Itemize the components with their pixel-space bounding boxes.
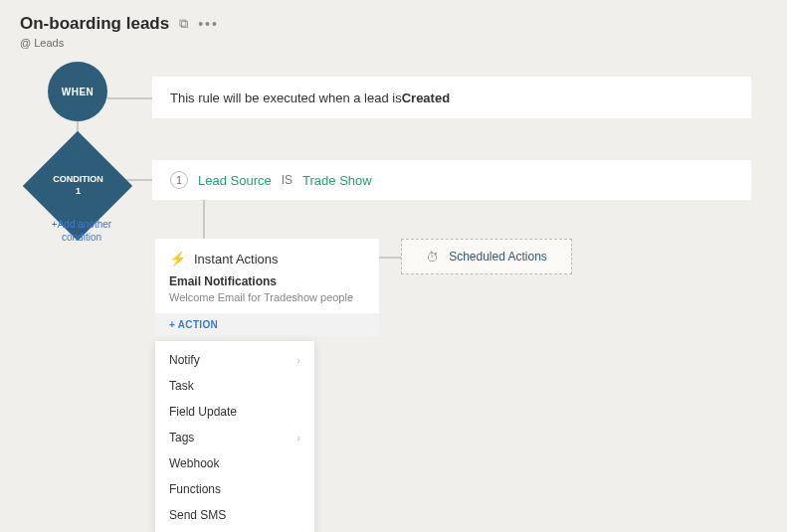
condition-node-number: 1 xyxy=(53,186,103,198)
instant-actions-header[interactable]: ⚡ Instant Actions xyxy=(155,239,379,274)
timer-icon: ⏱ xyxy=(426,250,439,265)
action-menu-item-label: Notify xyxy=(169,353,200,367)
instant-actions-title: Instant Actions xyxy=(194,252,279,266)
add-action-menu: Notify›TaskField UpdateTags›WebhookFunct… xyxy=(155,341,314,532)
condition-index: 1 xyxy=(170,171,188,189)
workflow-title: On-boarding leads xyxy=(20,14,169,34)
condition-operator: IS xyxy=(282,173,293,187)
action-item-label[interactable]: Welcome Email for Tradeshow people xyxy=(169,291,365,303)
add-action-button[interactable]: + ACTION xyxy=(155,313,379,336)
connector-line xyxy=(107,97,152,99)
when-card[interactable]: This rule will be executed when a lead i… xyxy=(152,77,751,118)
action-menu-item[interactable]: Send SMS xyxy=(155,502,314,528)
condition-node-label: CONDITION xyxy=(53,174,103,186)
instant-actions-panel: ⚡ Instant Actions Email Notifications We… xyxy=(155,239,379,336)
action-menu-item-label: Webhook xyxy=(169,456,219,470)
action-menu-item[interactable]: Notify› xyxy=(155,347,314,373)
chevron-right-icon: › xyxy=(296,354,300,366)
scheduled-actions-title: Scheduled Actions xyxy=(449,250,547,264)
action-menu-item-label: Send SMS xyxy=(169,508,226,522)
condition-field: Lead Source xyxy=(198,173,272,188)
chevron-right-icon: › xyxy=(296,432,300,443)
when-text: This rule will be executed when a lead i… xyxy=(170,90,402,105)
module-label: @ Leads xyxy=(20,37,219,49)
action-menu-item-label: Functions xyxy=(169,482,221,496)
when-trigger: Created xyxy=(402,90,450,105)
action-menu-item-label: Task xyxy=(169,379,194,393)
condition-value: Trade Show xyxy=(302,173,372,188)
action-menu-item[interactable]: Tags› xyxy=(155,425,314,450)
action-menu-item[interactable]: Field Update xyxy=(155,399,314,425)
scheduled-actions-panel[interactable]: ⏱ Scheduled Actions xyxy=(401,239,572,274)
action-menu-item-label: Field Update xyxy=(169,405,237,419)
open-new-icon[interactable]: ⧉ xyxy=(179,16,188,32)
condition-card[interactable]: 1 Lead Source IS Trade Show xyxy=(152,160,751,200)
action-menu-item[interactable]: Task xyxy=(155,373,314,399)
page-header: On-boarding leads ⧉ ••• @ Leads xyxy=(20,14,219,49)
action-menu-item[interactable]: Webhook xyxy=(155,450,314,476)
when-node-label: WHEN xyxy=(62,87,95,97)
action-group-label: Email Notifications xyxy=(169,274,365,288)
when-node[interactable]: WHEN xyxy=(48,62,107,121)
bolt-icon: ⚡ xyxy=(169,251,186,266)
add-condition-link[interactable]: +Add another condition xyxy=(47,218,116,244)
action-menu-item-label: Tags xyxy=(169,431,194,444)
action-menu-item[interactable]: Functions xyxy=(155,476,314,502)
connector-line xyxy=(376,257,401,259)
more-icon[interactable]: ••• xyxy=(198,16,219,32)
